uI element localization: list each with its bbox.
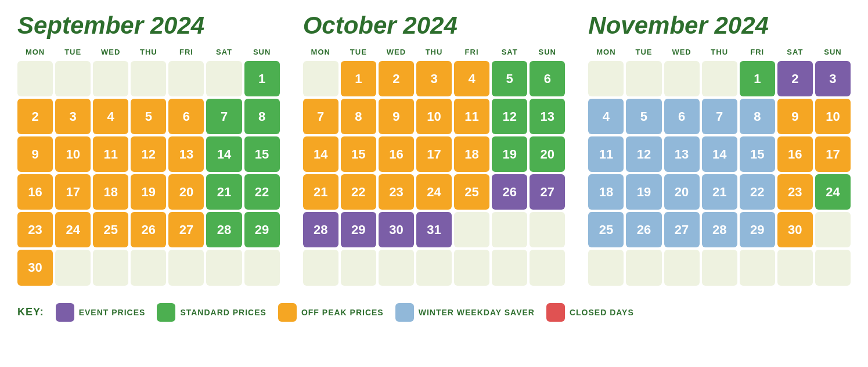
day-cell[interactable]: 26 [131, 212, 166, 247]
day-cell[interactable]: 17 [416, 136, 452, 172]
day-cell[interactable]: 1 [740, 61, 775, 96]
day-cell[interactable]: 1 [341, 61, 376, 96]
day-cell[interactable]: 13 [530, 99, 565, 134]
day-cell[interactable]: 29 [244, 212, 280, 247]
day-cell[interactable]: 17 [815, 136, 851, 172]
day-cell[interactable]: 21 [702, 174, 737, 210]
day-cell [815, 212, 851, 247]
day-cell[interactable]: 4 [454, 61, 489, 96]
day-cell[interactable]: 12 [492, 99, 527, 134]
day-cell[interactable]: 8 [740, 99, 775, 134]
day-cell[interactable]: 26 [626, 212, 661, 247]
day-cell[interactable]: 2 [379, 61, 414, 96]
calendar-0: September 2024MONTUEWEDTHUFRISATSUN12345… [17, 12, 280, 286]
day-cell[interactable]: 11 [454, 99, 489, 134]
day-cell[interactable]: 4 [93, 99, 128, 134]
day-cell[interactable]: 15 [740, 136, 775, 172]
day-cell[interactable]: 25 [454, 174, 489, 210]
day-cell[interactable]: 12 [131, 136, 166, 172]
day-cell[interactable]: 5 [131, 99, 166, 134]
day-cell[interactable]: 15 [244, 136, 280, 172]
day-cell[interactable]: 23 [777, 174, 813, 210]
day-cell[interactable]: 6 [168, 99, 204, 134]
day-headers-2: MONTUEWEDTHUFRISATSUN [588, 45, 851, 59]
day-cell[interactable]: 8 [341, 99, 376, 134]
day-cell[interactable]: 7 [303, 99, 338, 134]
day-cell [379, 250, 414, 285]
day-cell[interactable]: 15 [341, 136, 376, 172]
day-cell[interactable]: 7 [702, 99, 737, 134]
legend-label: STANDARD PRICES [180, 308, 266, 317]
day-cell[interactable]: 2 [777, 61, 813, 96]
day-cell[interactable]: 20 [530, 136, 565, 172]
day-cell[interactable]: 27 [168, 212, 204, 247]
day-cell[interactable]: 22 [244, 174, 280, 210]
day-cell [131, 250, 166, 285]
day-cell[interactable]: 2 [17, 99, 53, 134]
day-cell[interactable]: 30 [777, 212, 813, 247]
day-cell[interactable]: 20 [168, 174, 204, 210]
day-cell[interactable]: 12 [626, 136, 661, 172]
day-cell[interactable]: 8 [244, 99, 280, 134]
calendar-grid-2: 1234567891011121314151617181920212223242… [588, 61, 851, 286]
day-cell[interactable]: 11 [588, 136, 624, 172]
day-cell[interactable]: 3 [55, 99, 91, 134]
day-cell[interactable]: 19 [131, 174, 166, 210]
day-cell[interactable]: 24 [815, 174, 851, 210]
day-cell[interactable]: 21 [206, 174, 242, 210]
day-cell[interactable]: 9 [379, 99, 414, 134]
day-cell[interactable]: 27 [664, 212, 700, 247]
day-cell[interactable]: 6 [530, 61, 565, 96]
day-cell[interactable]: 31 [416, 212, 452, 247]
day-cell[interactable]: 3 [416, 61, 452, 96]
day-cell[interactable]: 14 [303, 136, 338, 172]
legend-item-2: OFF PEAK PRICES [278, 303, 384, 322]
day-cell[interactable]: 10 [416, 99, 452, 134]
day-cell[interactable]: 11 [93, 136, 128, 172]
day-cell[interactable]: 7 [206, 99, 242, 134]
day-cell[interactable]: 10 [55, 136, 91, 172]
day-cell[interactable]: 29 [740, 212, 775, 247]
day-cell[interactable]: 17 [55, 174, 91, 210]
day-cell[interactable]: 24 [55, 212, 91, 247]
day-cell[interactable]: 18 [93, 174, 128, 210]
day-cell[interactable]: 16 [379, 136, 414, 172]
day-cell[interactable]: 1 [244, 61, 280, 96]
day-cell[interactable]: 9 [17, 136, 53, 172]
day-cell[interactable]: 21 [303, 174, 338, 210]
day-cell [303, 250, 338, 285]
day-cell[interactable]: 18 [588, 174, 624, 210]
day-cell[interactable]: 23 [17, 212, 53, 247]
day-cell[interactable]: 29 [341, 212, 376, 247]
day-cell[interactable]: 23 [379, 174, 414, 210]
day-cell[interactable]: 5 [626, 99, 661, 134]
day-cell[interactable]: 28 [303, 212, 338, 247]
day-cell[interactable]: 19 [626, 174, 661, 210]
day-cell[interactable]: 13 [664, 136, 700, 172]
day-cell[interactable]: 14 [702, 136, 737, 172]
day-cell[interactable]: 4 [588, 99, 624, 134]
day-cell[interactable]: 5 [492, 61, 527, 96]
day-cell[interactable]: 27 [530, 174, 565, 210]
day-cell[interactable]: 18 [454, 136, 489, 172]
day-cell[interactable]: 30 [17, 250, 53, 285]
day-cell[interactable]: 16 [17, 174, 53, 210]
day-cell[interactable]: 28 [206, 212, 242, 247]
day-cell[interactable]: 10 [815, 99, 851, 134]
day-cell[interactable]: 13 [168, 136, 204, 172]
day-cell[interactable]: 28 [702, 212, 737, 247]
day-cell[interactable]: 16 [777, 136, 813, 172]
day-cell[interactable]: 24 [416, 174, 452, 210]
day-cell[interactable]: 22 [740, 174, 775, 210]
day-cell[interactable]: 14 [206, 136, 242, 172]
day-cell[interactable]: 19 [492, 136, 527, 172]
day-cell[interactable]: 25 [93, 212, 128, 247]
day-cell[interactable]: 6 [664, 99, 700, 134]
day-cell[interactable]: 9 [777, 99, 813, 134]
day-cell[interactable]: 25 [588, 212, 624, 247]
day-cell[interactable]: 3 [815, 61, 851, 96]
day-cell[interactable]: 22 [341, 174, 376, 210]
day-cell[interactable]: 26 [492, 174, 527, 210]
day-cell[interactable]: 20 [664, 174, 700, 210]
day-cell[interactable]: 30 [379, 212, 414, 247]
